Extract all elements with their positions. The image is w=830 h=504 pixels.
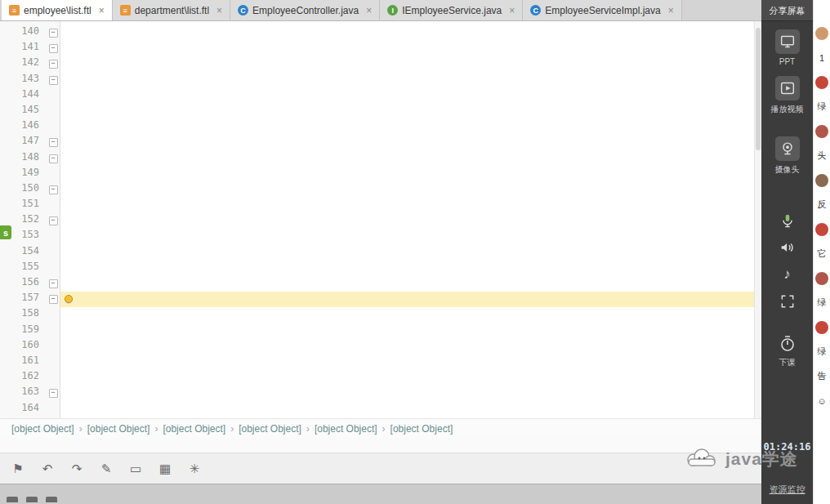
editor-tab[interactable]: I IEmployeeService.java × bbox=[380, 0, 523, 20]
code-line[interactable]: <label for="name" class="col-sm-3 contro… bbox=[60, 198, 761, 213]
breadcrumb-label[interactable]: [object Object] bbox=[315, 423, 377, 435]
fold-toggle-icon[interactable] bbox=[46, 261, 60, 276]
editor-scrollbar[interactable] bbox=[754, 21, 761, 418]
close-tab-icon[interactable]: × bbox=[668, 5, 674, 16]
fold-toggle-icon[interactable] bbox=[46, 198, 60, 213]
code-line-row[interactable]: 143 <div class="modal-header"> bbox=[0, 73, 761, 88]
fold-toggle-icon[interactable] bbox=[46, 182, 60, 198]
code-line[interactable]: <form class="form-horizontal" action="/d… bbox=[60, 151, 761, 167]
fold-toggle-icon[interactable] bbox=[46, 25, 60, 41]
breadcrumb-label[interactable]: [object Object] bbox=[11, 423, 74, 435]
roster-item[interactable]: 告 bbox=[818, 369, 827, 383]
play-video-button[interactable]: 播放视频 bbox=[771, 76, 804, 115]
breadcrumb-item[interactable]: [object Object] › bbox=[11, 423, 87, 435]
intention-bulb-icon[interactable] bbox=[65, 295, 73, 303]
breadcrumb-label[interactable]: [object Object] bbox=[239, 423, 301, 435]
editor-tab[interactable]: ≡ department\list.ftl × bbox=[113, 0, 230, 20]
roster-item[interactable]: 1 bbox=[819, 51, 824, 65]
fold-toggle-icon[interactable] bbox=[46, 307, 60, 323]
roster-item[interactable] bbox=[815, 173, 828, 187]
code-line[interactable]: </div> bbox=[60, 339, 761, 355]
fold-toggle-icon[interactable] bbox=[46, 88, 60, 104]
roster-item[interactable]: 绿 bbox=[818, 100, 827, 114]
fold-toggle-icon[interactable] bbox=[46, 323, 60, 339]
code-line-row[interactable]: 148 <form class="form-horizontal" action… bbox=[0, 151, 761, 167]
code-line[interactable]: <div class="modal-content"> bbox=[60, 56, 761, 72]
fold-toggle-icon[interactable] bbox=[46, 73, 60, 88]
pencil-icon[interactable]: ✎ bbox=[98, 462, 114, 476]
code-line[interactable]: </form> bbox=[60, 355, 761, 370]
ppt-button[interactable]: PPT bbox=[775, 29, 800, 66]
close-tab-icon[interactable]: × bbox=[366, 5, 372, 16]
code-line[interactable]: <input type="file" name="file"> bbox=[60, 229, 761, 244]
fold-toggle-icon[interactable] bbox=[46, 119, 60, 135]
fold-toggle-icon[interactable] bbox=[46, 213, 60, 229]
fold-toggle-icon[interactable] bbox=[46, 355, 60, 370]
code-line[interactable]: </div> bbox=[60, 261, 761, 276]
grid-icon[interactable]: ▦ bbox=[157, 462, 173, 476]
code-line-row[interactable]: 149 <input type="hidden" name="id"> bbox=[0, 167, 761, 182]
code-line-row[interactable]: 145 <h4 class="modal-title" id="myModalL… bbox=[0, 104, 761, 119]
roster-item[interactable]: ☺ bbox=[817, 394, 826, 408]
code-line[interactable]: </div> bbox=[60, 370, 761, 386]
roster-item[interactable] bbox=[815, 26, 828, 40]
code-line-row[interactable]: 155 </div> bbox=[0, 261, 761, 276]
fold-toggle-icon[interactable] bbox=[46, 151, 60, 167]
undo-icon[interactable]: ↶ bbox=[39, 462, 56, 476]
breadcrumb-label[interactable]: [object Object] bbox=[163, 423, 225, 435]
fold-toggle-icon[interactable] bbox=[46, 167, 60, 182]
breadcrumb-item[interactable]: [object Object] › bbox=[390, 423, 453, 435]
roster-item[interactable]: 它 bbox=[818, 247, 827, 261]
breadcrumb-label[interactable]: [object Object] bbox=[390, 423, 453, 435]
code-line[interactable]: <span class="glyphicon glyphicon-downloa… bbox=[60, 307, 761, 323]
end-class-button[interactable]: 下课 bbox=[778, 334, 797, 368]
code-line[interactable]: <div class="modal fade" id="myModal" tab… bbox=[60, 25, 761, 41]
code-line-row[interactable]: 164 <button type="button" class="btn btn… bbox=[0, 402, 761, 417]
editor-tab[interactable]: ≡ employee\list.ftl × bbox=[2, 0, 113, 20]
code-line-row[interactable]: 163 <div class="modal-footer"> bbox=[0, 386, 761, 401]
fold-toggle-icon[interactable] bbox=[46, 135, 60, 150]
code-line-row[interactable]: 160 </div> bbox=[0, 339, 761, 355]
roster-item[interactable]: 头 bbox=[818, 149, 827, 163]
code-line-row[interactable]: 156 <div class="form-group" style="..."> bbox=[0, 276, 761, 292]
roster-item[interactable]: 绿 bbox=[818, 296, 827, 310]
editor-tab[interactable]: C EmployeeController.java × bbox=[230, 0, 380, 20]
close-tab-icon[interactable]: × bbox=[99, 5, 105, 16]
fold-toggle-icon[interactable] bbox=[46, 386, 60, 401]
star-icon[interactable]: ✳ bbox=[186, 462, 203, 476]
microphone-icon[interactable] bbox=[778, 212, 797, 231]
code-line-row[interactable]: 142 <div class="modal-content"> bbox=[0, 56, 761, 72]
code-line[interactable]: <a href="/xlstemplates/employee_import.x… bbox=[60, 292, 761, 307]
code-line-row[interactable]: 152 <div class="col-sm-6"> bbox=[0, 213, 761, 229]
eraser-icon[interactable]: ▭ bbox=[127, 462, 144, 476]
code-line-row[interactable]: 154 </div> bbox=[0, 245, 761, 261]
code-line-row[interactable]: 146 </div> bbox=[0, 119, 761, 135]
code-line-row[interactable]: 140 <div class="modal fade" id="myModal"… bbox=[0, 25, 761, 41]
flag-icon[interactable]: ⚑ bbox=[10, 462, 26, 476]
close-tab-icon[interactable]: × bbox=[216, 5, 222, 16]
fold-toggle-icon[interactable] bbox=[46, 56, 60, 72]
speaker-icon[interactable] bbox=[778, 238, 797, 257]
code-line-row[interactable]: 158 <span class="glyphicon glyphicon-dow… bbox=[0, 307, 761, 323]
code-line[interactable]: <h4 class="modal-title" id="myModalLabel… bbox=[60, 104, 761, 119]
code-line[interactable]: <div class="modal-body"> bbox=[60, 135, 761, 150]
code-line[interactable]: </div> bbox=[60, 245, 761, 261]
code-editor[interactable]: 140 <div class="modal fade" id="myModal"… bbox=[0, 21, 761, 418]
code-line[interactable]: <button type="button" class="close" data… bbox=[60, 88, 761, 104]
close-tab-icon[interactable]: × bbox=[509, 5, 515, 16]
breadcrumb-label[interactable]: [object Object] bbox=[87, 423, 150, 435]
code-line[interactable]: <button type="button" class="btn btn-def… bbox=[60, 402, 761, 417]
fold-toggle-icon[interactable] bbox=[46, 276, 60, 292]
fold-toggle-icon[interactable] bbox=[46, 292, 60, 307]
fold-toggle-icon[interactable] bbox=[46, 104, 60, 119]
fold-toggle-icon[interactable] bbox=[46, 41, 60, 56]
code-line-row[interactable]: 151 <label for="name" class="col-sm-3 co… bbox=[0, 198, 761, 213]
roster-item[interactable] bbox=[815, 271, 828, 285]
roster-item[interactable]: 绿 bbox=[818, 345, 827, 359]
scrollbar-thumb[interactable] bbox=[756, 28, 761, 150]
code-line-row[interactable]: 144 <button type="button" class="close" … bbox=[0, 88, 761, 104]
code-line-row[interactable]: 157 <a href="/xlstemplates/employee_impo… bbox=[0, 292, 761, 307]
fold-toggle-icon[interactable] bbox=[46, 229, 60, 244]
code-line[interactable]: <div class="form-group" style="..."> bbox=[60, 276, 761, 292]
roster-item[interactable] bbox=[815, 75, 828, 89]
